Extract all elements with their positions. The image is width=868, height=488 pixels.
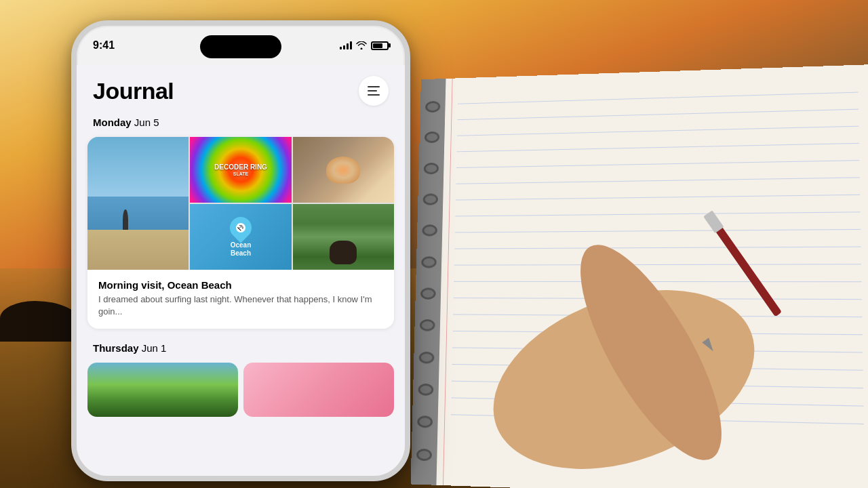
menu-button[interactable] (359, 76, 389, 106)
thursday-label: Thursday Jun 1 (93, 342, 166, 354)
battery-nub (389, 43, 391, 47)
notebook-line (457, 126, 859, 136)
card-text: Morning visit, Ocean Beach I dreamed abo… (87, 270, 394, 329)
location-pin-inner: ⛱ (236, 223, 245, 232)
spiral-loop (421, 256, 437, 268)
monday-day: Monday (93, 117, 132, 128)
spiral-loop (424, 163, 439, 174)
spiral-loop (420, 288, 436, 300)
iphone-wrapper: 9:41 (71, 20, 410, 481)
notebook-line (454, 247, 861, 249)
notebook-line (452, 364, 863, 371)
notebook-line (455, 229, 861, 233)
spiral-loop (425, 131, 439, 143)
card-body: I dreamed about surfing last night. When… (98, 293, 383, 318)
signal-bar-2 (343, 45, 345, 49)
monday-date-section: Monday Jun 5 (77, 111, 405, 137)
app-header: Journal (77, 65, 405, 111)
journal-card-monday[interactable]: DECODER RING SLATE ⛱ (87, 137, 394, 329)
spiral-loop (422, 225, 437, 237)
notebook-line (454, 298, 862, 300)
podcast-title: DECODER RING (214, 163, 267, 171)
notebook (411, 64, 868, 488)
beach-figure (123, 209, 128, 230)
notebook-line (458, 92, 859, 104)
podcast-photo: DECODER RING SLATE (190, 137, 291, 203)
notebook-line (456, 160, 859, 168)
spiral-loop (418, 384, 433, 396)
beach-photo (87, 137, 189, 270)
spiral-loop (425, 101, 440, 113)
spiral-loop (416, 449, 432, 462)
notebook-line (452, 381, 863, 388)
location-line2: Beach (231, 249, 251, 257)
dog-photo (293, 204, 394, 270)
battery-fill (373, 43, 382, 48)
notebook-line (457, 109, 859, 121)
photo-grid: DECODER RING SLATE ⛱ (87, 137, 394, 270)
menu-lines-icon (368, 86, 380, 96)
notebook-line (452, 347, 863, 352)
battery-icon (371, 41, 389, 50)
menu-line-1 (368, 86, 380, 87)
spiral-loop (420, 319, 435, 331)
location-pin-icon: ⛱ (225, 212, 256, 243)
thursday-date: Jun 1 (142, 342, 167, 354)
notebook-line (453, 314, 862, 317)
notebook-line (454, 281, 861, 282)
card-title: Morning visit, Ocean Beach (98, 279, 383, 291)
status-icons (340, 41, 389, 50)
notebook-line (454, 264, 861, 265)
podcast-label: DECODER RING SLATE (214, 163, 267, 176)
notebook-line (456, 195, 860, 201)
dog-figure (330, 241, 357, 264)
signal-bar-3 (347, 43, 349, 49)
thursday-cards (77, 363, 405, 417)
beach-water (87, 197, 189, 230)
spiral-loop (419, 351, 435, 363)
signal-bar-4 (350, 41, 352, 49)
pink-card[interactable] (243, 363, 394, 417)
monday-label: Monday Jun 5 (93, 117, 159, 128)
signal-bars-icon (340, 41, 352, 49)
dynamic-island (200, 35, 281, 58)
shell-photo (293, 137, 394, 203)
location-tile: ⛱ Ocean Beach (190, 204, 291, 270)
shell-shape (326, 157, 360, 184)
menu-line-3 (368, 94, 380, 96)
notebook-line (456, 143, 859, 152)
location-name: Ocean Beach (231, 241, 252, 258)
spiral-loop (417, 416, 433, 428)
status-time: 9:41 (93, 39, 115, 52)
thursday-date-section: Thursday Jun 1 (77, 340, 405, 363)
spiral-loop (423, 194, 439, 205)
wifi-icon (356, 41, 367, 49)
notebook-line (455, 211, 860, 216)
menu-line-2 (368, 90, 377, 92)
thursday-day: Thursday (93, 342, 139, 354)
monday-date: Jun 5 (134, 117, 159, 128)
podcast-subtitle: SLATE (214, 171, 267, 176)
landscape-card[interactable] (87, 363, 238, 417)
notebook-line (451, 414, 864, 424)
notebook-line (453, 331, 863, 335)
notebook-line (456, 177, 859, 184)
beach-scene (87, 137, 189, 270)
app-content: Journal Monday Jun 5 (77, 65, 405, 476)
app-title: Journal (93, 78, 174, 104)
notebook-line (451, 397, 863, 406)
beach-sand (87, 230, 189, 270)
signal-bar-1 (340, 47, 342, 49)
iphone-frame: 9:41 (71, 20, 410, 481)
notebook-lines (450, 92, 865, 485)
